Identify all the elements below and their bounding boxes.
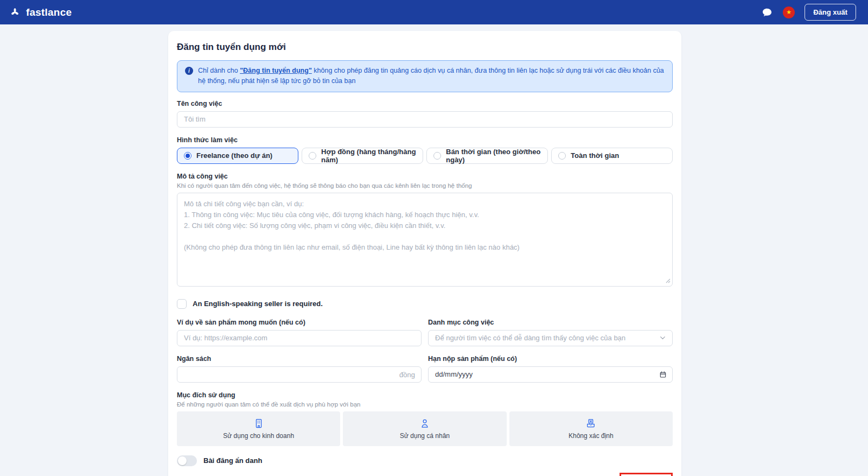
flag-star: ★ [786,9,792,15]
logout-button[interactable]: Đăng xuất [805,4,856,21]
radio-selected-icon [184,152,192,160]
budget-input[interactable] [177,366,422,383]
budget-label: Ngân sách [177,355,422,363]
unknown-box-icon [585,418,596,429]
purpose-options: Sử dụng cho kinh doanh Sử dụng cá nhân K… [177,411,673,446]
example-product-label: Ví dụ về sản phẩm mong muốn (nếu có) [177,319,422,326]
english-required-checkbox-row[interactable]: An English-speaking seller is required. [177,299,673,309]
vietnam-flag-icon[interactable]: ★ [783,7,795,18]
info-icon: i [185,67,193,75]
job-name-input[interactable] [177,111,673,128]
top-navbar: fastlance ★ Đăng xuất [0,0,868,24]
anonymous-toggle-label: Bài đăng ẩn danh [203,456,262,465]
category-select[interactable]: Để người tìm việc có thể dễ dàng tìm thấ… [428,330,673,346]
red-highlight-annotation: Gửi [620,473,673,476]
job-post-form-card: Đăng tin tuyển dụng mới i Chỉ dành cho "… [168,31,681,476]
person-icon [419,418,430,429]
purpose-hint: Để những người quan tâm có thể đề xuất d… [177,401,673,408]
policy-alert: i Chỉ dành cho "Đăng tin tuyển dụng" khô… [177,60,673,92]
form-footer: Quay lại Gửi [177,473,673,476]
purpose-label: Mục đích sử dụng [177,391,673,399]
description-hint: Khi có người quan tâm đến công việc, hệ … [177,182,673,189]
building-icon [253,418,264,429]
work-type-option-parttime[interactable]: Bán thời gian (theo giờ/theo ngày) [426,148,548,164]
purpose-option-personal[interactable]: Sử dụng cá nhân [343,411,506,446]
brand-name: fastlance [26,7,72,18]
fastlance-logo-icon [8,5,22,20]
checkbox-unchecked-icon[interactable] [177,299,187,309]
job-name-label: Tên công việc [177,100,673,107]
description-textarea[interactable] [177,193,673,287]
chevron-down-icon [659,334,667,342]
radio-icon [433,152,441,160]
purpose-option-unknown[interactable]: Không xác định [509,411,673,446]
alert-emphasis-link[interactable]: "Đăng tin tuyển dụng" [240,67,312,74]
category-placeholder: Để người tìm việc có thể dễ dàng tìm thấ… [435,334,626,342]
work-type-label: Hình thức làm việc [177,136,673,144]
radio-icon [309,152,316,160]
calendar-icon[interactable] [659,371,667,378]
deadline-label: Hạn nộp sản phẩm (nếu có) [428,355,673,363]
work-type-options: Freelance (theo dự án) Hợp đồng (hàng th… [177,148,673,164]
deadline-date-input[interactable]: dd/mm/yyyy [428,366,673,383]
purpose-option-business[interactable]: Sử dụng cho kinh doanh [177,411,340,446]
work-type-option-freelance[interactable]: Freelance (theo dự án) [177,148,298,164]
alert-text: Chỉ dành cho "Đăng tin tuyển dụng" không… [198,66,665,87]
work-type-option-fulltime[interactable]: Toàn thời gian [551,148,673,164]
anonymous-toggle-row: Bài đăng ẩn danh [177,455,673,466]
chat-bubble-icon[interactable] [761,7,773,18]
page-title: Đăng tin tuyển dụng mới [177,42,673,53]
work-type-option-contract[interactable]: Hợp đồng (hàng tháng/hàng năm) [302,148,423,164]
description-label: Mô tả công việc [177,173,673,180]
english-required-label: An English-speaking seller is required. [193,300,323,308]
anonymous-toggle-off[interactable] [177,455,197,466]
example-product-input[interactable] [177,330,422,346]
toggle-knob [178,456,187,465]
brand[interactable]: fastlance [8,5,72,20]
category-label: Danh mục công việc [428,319,673,326]
date-format-text: dd/mm/yyyy [435,370,473,378]
radio-icon [558,152,566,160]
